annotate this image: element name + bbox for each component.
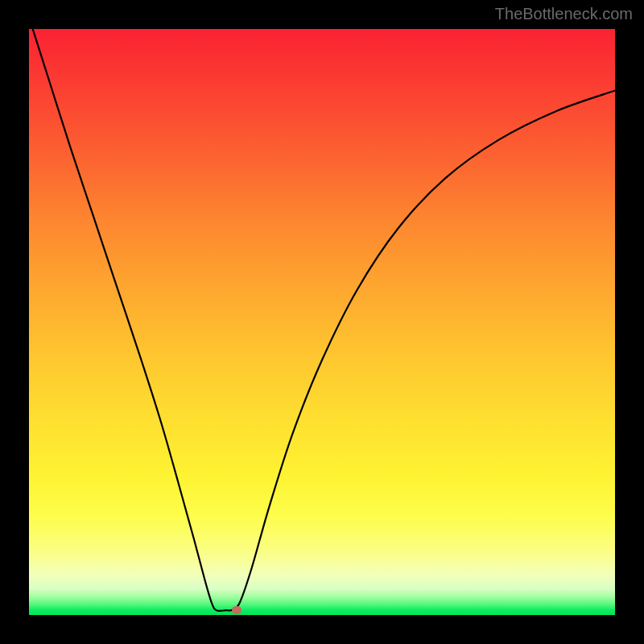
- chart-frame: TheBottleneck.com: [0, 0, 644, 644]
- bottleneck-curve: [29, 29, 615, 615]
- watermark-text: TheBottleneck.com: [495, 5, 633, 23]
- plot-area: [29, 29, 615, 615]
- optimal-point-marker: [232, 606, 242, 614]
